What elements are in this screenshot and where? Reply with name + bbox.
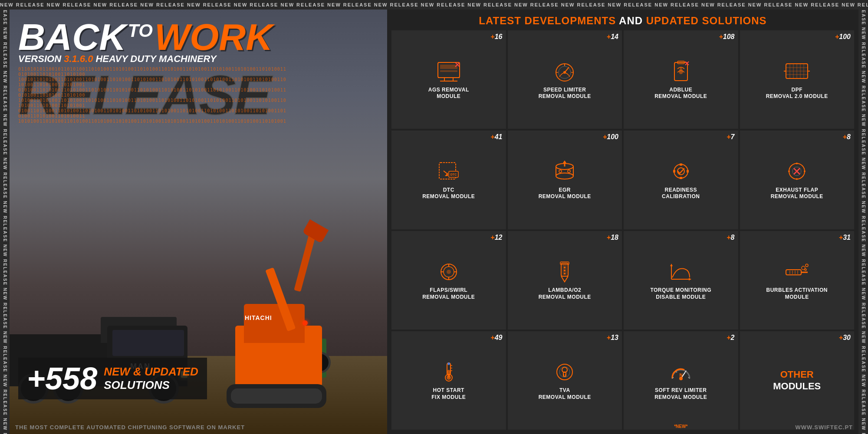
count-label-line2: SOLUTIONS bbox=[104, 379, 198, 392]
module-exhaust-name: EXHAUST FLAPREMOVAL MODULE bbox=[771, 187, 823, 200]
svg-line-103 bbox=[676, 372, 677, 372]
module-burbles-badge: +31 bbox=[839, 234, 851, 241]
svg-point-15 bbox=[563, 71, 566, 74]
svg-rect-48 bbox=[673, 170, 675, 173]
svg-point-39 bbox=[556, 173, 573, 179]
module-exhaust-flap: +8 EXHAUST FLAPREMOVAL bbox=[740, 131, 855, 229]
module-speed-icon bbox=[549, 59, 580, 83]
count-label-line1: NEW & UPDATED bbox=[104, 365, 198, 379]
module-new-badge: *NEW* bbox=[624, 424, 738, 429]
svg-marker-74 bbox=[689, 278, 691, 281]
back-text: BACK bbox=[18, 18, 126, 55]
module-torque-name: TORQUE MONITORINGDISABLE MODULE bbox=[650, 287, 711, 300]
module-burbles-icon bbox=[782, 260, 812, 284]
module-flaps-icon bbox=[434, 260, 464, 284]
module-exhaust-badge: +8 bbox=[843, 133, 851, 141]
module-ags-icon bbox=[434, 59, 464, 83]
svg-rect-47 bbox=[680, 177, 682, 179]
module-soft-rev-badge: +2 bbox=[727, 334, 734, 342]
module-torque-icon bbox=[666, 260, 696, 284]
module-dtc-badge: +41 bbox=[490, 133, 502, 141]
ticker-top: NEW RELEASE NEW RELEASE NEW RELEASE NEW … bbox=[0, 0, 868, 10]
module-egr-icon bbox=[549, 160, 580, 183]
module-ags: +16 AGS REMOVALMODULE bbox=[391, 30, 506, 129]
module-dtc: +41 DTC DTCREMOVAL MODULE bbox=[391, 131, 506, 229]
module-egr-badge: +100 bbox=[603, 133, 618, 141]
module-egr: +100 EGRR bbox=[508, 131, 622, 229]
svg-marker-41 bbox=[563, 160, 566, 163]
svg-rect-87 bbox=[447, 370, 450, 378]
to-text: TO bbox=[128, 22, 153, 40]
module-adblue: +108 ADBLUEREMOVAL MODULE bbox=[624, 30, 738, 129]
module-hot-start-name: HOT STARTFIX MODULE bbox=[431, 387, 466, 401]
svg-point-57 bbox=[804, 170, 806, 172]
module-dpf-badge: +100 bbox=[835, 33, 851, 41]
svg-point-56 bbox=[788, 170, 790, 172]
module-flaps-badge: +12 bbox=[490, 234, 502, 241]
module-tva-badge: +13 bbox=[607, 334, 618, 342]
module-soft-rev-name: SOFT REV LIMITERREMOVAL MODULE bbox=[654, 387, 707, 401]
module-hot-start-badge: +49 bbox=[490, 334, 502, 342]
svg-point-79 bbox=[805, 269, 806, 271]
module-readiness: +7 READINESSCALIBRATIO bbox=[624, 131, 738, 229]
svg-point-54 bbox=[796, 163, 798, 164]
left-panel: MAN HITACHI bbox=[10, 10, 387, 434]
ticker-left: NEW RELEASE NEW RELEASE NEW RELEASE NEW … bbox=[0, 10, 10, 434]
svg-point-55 bbox=[796, 178, 798, 180]
other-modules-sub-label: MODULES bbox=[773, 381, 821, 392]
svg-text:N: N bbox=[679, 373, 682, 378]
count-number: +558 bbox=[27, 363, 97, 394]
module-soft-rev-icon: N bbox=[666, 360, 696, 384]
module-dpf-icon bbox=[782, 59, 812, 83]
ticker-left-text: NEW RELEASE NEW RELEASE NEW RELEASE NEW … bbox=[3, 10, 7, 434]
module-torque-badge: +8 bbox=[727, 234, 734, 241]
svg-point-42 bbox=[559, 170, 562, 173]
svg-rect-49 bbox=[687, 170, 689, 173]
module-speed-badge: +14 bbox=[607, 33, 618, 41]
module-lambda: +18 LAMBD bbox=[508, 231, 622, 330]
count-block: +558 NEW & UPDATED SOLUTIONS bbox=[18, 358, 207, 399]
module-dpf-name: DPFREMOVAL 2.0 MODULE bbox=[766, 87, 828, 100]
svg-point-68 bbox=[564, 267, 566, 268]
svg-point-70 bbox=[564, 273, 566, 274]
module-readiness-badge: +7 bbox=[727, 133, 734, 141]
module-dtc-name: DTCREMOVAL MODULE bbox=[422, 187, 475, 200]
module-ags-name: AGS REMOVALMODULE bbox=[428, 87, 469, 100]
right-panel: LATEST DEVELOPMENTS AND UPDATED SOLUTION… bbox=[387, 10, 858, 434]
module-soft-rev: +2 N bbox=[624, 331, 738, 430]
module-hot-start: +49 bbox=[391, 331, 506, 430]
module-burbles-name: BURBLES ACTIVATIONMODULE bbox=[766, 287, 828, 300]
module-ags-badge: +16 bbox=[490, 33, 502, 41]
module-tva-icon bbox=[549, 360, 580, 384]
module-exhaust-icon bbox=[782, 160, 812, 183]
title-block: BACK TO WORK VERSION 3.1.6.0 HEAVY DUTY … bbox=[18, 18, 287, 123]
module-lambda-name: LAMBDA/O2REMOVAL MODULE bbox=[539, 287, 591, 300]
module-flaps: +12 FLAPS/SWIRLREMOVAL MODULE bbox=[391, 231, 506, 330]
binary-overlay: 0110101011001011010100110101001101010011… bbox=[18, 67, 287, 123]
back-to-work-title: BACK TO WORK bbox=[18, 18, 287, 55]
svg-point-78 bbox=[806, 264, 808, 267]
module-torque: +8 TORQUE MONITORINGDISABLE MODULE bbox=[624, 231, 738, 330]
ticker-text: NEW RELEASE NEW RELEASE NEW RELEASE NEW … bbox=[0, 2, 868, 7]
svg-rect-1 bbox=[440, 65, 457, 69]
module-readiness-name: READINESSCALIBRATION bbox=[662, 187, 700, 200]
module-readiness-icon bbox=[666, 160, 696, 183]
modules-grid: +16 AGS REMOVALMODULE bbox=[391, 30, 854, 430]
module-lambda-badge: +18 bbox=[607, 234, 618, 241]
module-speed-name: SPEED LIMITERREMOVAL MODULE bbox=[539, 87, 591, 100]
svg-rect-2 bbox=[440, 70, 457, 72]
module-other-badge: +30 bbox=[839, 334, 851, 342]
svg-point-60 bbox=[447, 270, 451, 274]
count-label: NEW & UPDATED SOLUTIONS bbox=[104, 365, 198, 392]
svg-marker-73 bbox=[670, 264, 673, 266]
panel-header-text: LATEST DEVELOPMENTS AND UPDATED SOLUTION… bbox=[479, 15, 766, 26]
svg-text:DTC: DTC bbox=[450, 173, 457, 176]
module-speed-limiter: +14 SPEED bbox=[508, 30, 622, 129]
other-modules-label: OTHER bbox=[780, 369, 814, 380]
release-container: RELEASE 01101010110010110101001101010011… bbox=[18, 67, 287, 123]
module-other: +30 OTHER MODULES bbox=[740, 331, 855, 430]
module-adblue-name: ADBLUEREMOVAL MODULE bbox=[654, 87, 707, 100]
module-tva: +13 TVAREMOVAL MODULE bbox=[508, 331, 622, 430]
panel-header: LATEST DEVELOPMENTS AND UPDATED SOLUTION… bbox=[391, 10, 854, 30]
svg-point-43 bbox=[568, 170, 570, 173]
